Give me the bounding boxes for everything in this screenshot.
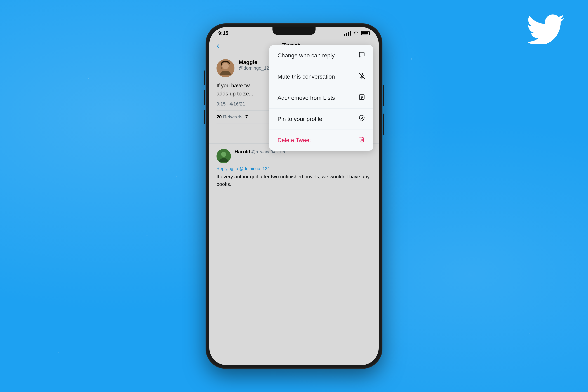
mute-icon — [359, 73, 365, 81]
speech-bubble-icon — [359, 52, 365, 60]
menu-item-delete[interactable]: Delete Tweet — [269, 130, 373, 151]
menu-item-pin-label: Pin to your profile — [277, 116, 322, 122]
menu-item-lists[interactable]: Add/remove from Lists — [269, 87, 373, 108]
phone-screen: 9:15 — [209, 27, 379, 365]
twitter-logo — [527, 11, 567, 43]
phone-outer-shell: 9:15 — [206, 24, 382, 368]
svg-rect-5 — [360, 94, 364, 100]
context-menu: Change who can reply Mute this conversat… — [269, 45, 373, 151]
menu-item-mute-label: Mute this conversation — [277, 74, 335, 80]
menu-item-change-reply[interactable]: Change who can reply — [269, 45, 373, 66]
menu-item-pin[interactable]: Pin to your profile — [269, 108, 373, 130]
svg-point-9 — [361, 117, 363, 118]
list-icon — [359, 94, 365, 102]
trash-icon — [359, 136, 365, 144]
phone-mockup: 9:15 — [206, 24, 382, 368]
pin-icon — [359, 115, 365, 123]
menu-item-change-reply-label: Change who can reply — [277, 52, 335, 59]
menu-item-delete-label: Delete Tweet — [277, 137, 311, 144]
menu-item-lists-label: Add/remove from Lists — [277, 94, 335, 101]
menu-item-mute[interactable]: Mute this conversation — [269, 66, 373, 87]
